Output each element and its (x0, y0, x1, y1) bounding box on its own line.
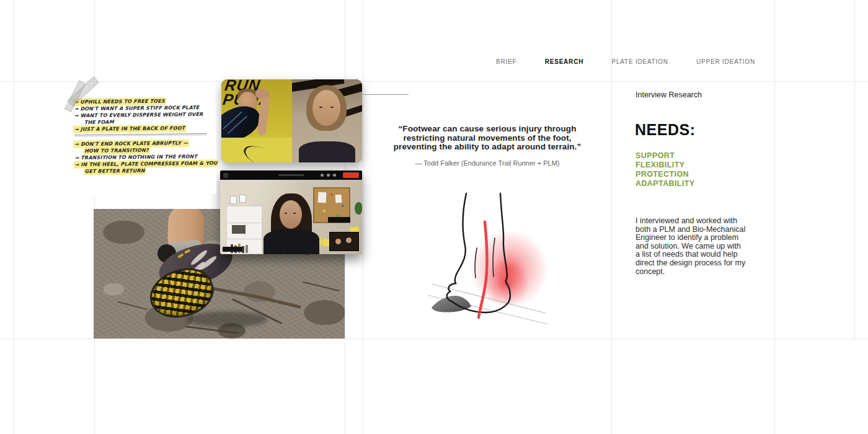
video-call-screenshot-1: RUN PUMA (221, 79, 362, 162)
pull-quote: “Footwear can cause serious injury throu… (371, 125, 604, 167)
window-title (278, 174, 304, 176)
handwritten-notes-lines: → UPHILL NEEDS TO FREE TOES→ DON'T WANT … (68, 85, 216, 175)
eye (285, 213, 287, 214)
note-text: THE FOAM (84, 119, 114, 125)
yellow-shirt (221, 138, 292, 162)
note-line: → JUST A PLATE IN THE BACK OF FOOT (74, 125, 216, 133)
storage-box (232, 225, 246, 234)
pin-icon (330, 193, 333, 196)
plant (355, 202, 362, 215)
pin-icon (342, 205, 344, 207)
nav-item-brief[interactable]: BRIEF (496, 58, 516, 65)
participant-face (312, 90, 340, 126)
pinned-paper (335, 195, 342, 203)
eye (293, 213, 296, 214)
note-text: → DON'T END ROCK PLATE ABRUPTLY — (74, 140, 188, 147)
needs-title: NEEDS: (635, 121, 695, 139)
shoe-lace (228, 115, 248, 134)
video-call-screenshot-2 (220, 170, 362, 254)
self-view-face (346, 237, 352, 243)
need-item: ADAPTABILITY (636, 179, 695, 188)
interviewee-face (280, 200, 302, 229)
need-item: SUPPORT (636, 151, 695, 161)
need-item: FLEXIBILITY (636, 161, 695, 170)
handwritten-notes: → UPHILL NEEDS TO FREE TOES→ DON'T WANT … (68, 85, 216, 195)
shelf-line (227, 223, 262, 223)
pinned-paper (318, 192, 327, 203)
note-text: → WANT TO EVENLY DISPERSE WEIGHT OVER (74, 112, 203, 118)
self-view-thumbnail (329, 232, 359, 251)
nav-item-upper-ideation[interactable]: UPPER IDEATION (696, 58, 755, 65)
participant-name-tag (328, 217, 350, 223)
toolbar-icon (321, 174, 324, 177)
eye (319, 107, 322, 108)
grid-line (363, 0, 363, 434)
eye (330, 107, 334, 108)
shoe-lace (223, 111, 243, 130)
grid-line (0, 81, 868, 82)
toolbar-icon (333, 174, 336, 177)
grid-line (854, 0, 855, 339)
video-participant-left: RUN PUMA (221, 79, 292, 162)
picture-frame (239, 195, 246, 203)
note-text: HOW TO TRANSITION? (84, 148, 149, 154)
quote-text: “Footwear can cause serious injury throu… (371, 125, 604, 152)
picture-frame (230, 196, 237, 204)
window-titlebar (220, 170, 362, 180)
section-heading: Interview Research (636, 91, 702, 99)
interviewee-torso (264, 229, 319, 254)
portfolio-page: BRIEFRESEARCHPLATE IDEATIONUPPER IDEATIO… (0, 0, 868, 434)
note-text: → IN THE HEEL, PLATE COMPRESSES FOAM & Y… (74, 161, 217, 167)
shelf-line (227, 239, 262, 239)
pin-icon (323, 210, 326, 212)
shirt-logo-line (241, 141, 285, 162)
meeting-label (223, 247, 242, 252)
participant-hand (255, 89, 268, 99)
grid-line (0, 339, 868, 339)
nav-item-research[interactable]: RESEARCH (545, 58, 584, 65)
connector-line (362, 94, 409, 95)
video-feed (220, 180, 362, 254)
needs-list: SUPPORTFLEXIBILITYPROTECTIONADAPTABILITY (636, 151, 695, 188)
note-text: GET BETTER RETURN (84, 168, 144, 174)
foot-sketch (427, 186, 551, 329)
nav-item-plate-ideation[interactable]: PLATE IDEATION (611, 58, 668, 65)
record-button-icon (343, 172, 359, 178)
shoe-lace (177, 253, 184, 259)
toolbar-icon (327, 174, 330, 177)
research-paragraph: I interviewed and worked with both a PLM… (636, 217, 756, 276)
need-item: PROTECTION (636, 170, 695, 179)
project-nav: BRIEFRESEARCHPLATE IDEATIONUPPER IDEATIO… (496, 58, 755, 65)
grid-line (14, 0, 14, 434)
window-menu-icon (223, 173, 228, 178)
book-spine (246, 245, 248, 253)
note-text: → UPHILL NEEDS TO FREE TOES (74, 99, 165, 105)
grid-line (611, 0, 612, 434)
participant-torso (299, 141, 355, 162)
grid-line (774, 0, 775, 434)
video-participant-right (292, 79, 362, 162)
note-line: GET BETTER RETURN (74, 167, 216, 175)
rock-shape (432, 296, 471, 312)
note-underline (74, 133, 207, 136)
note-text: → JUST A PLATE IN THE BACK OF FOOT (74, 125, 185, 132)
quote-attribution: — Todd Falker (Endurance Trail Runner + … (371, 159, 604, 167)
self-view-face (335, 239, 341, 244)
shoe-lace (184, 249, 191, 254)
